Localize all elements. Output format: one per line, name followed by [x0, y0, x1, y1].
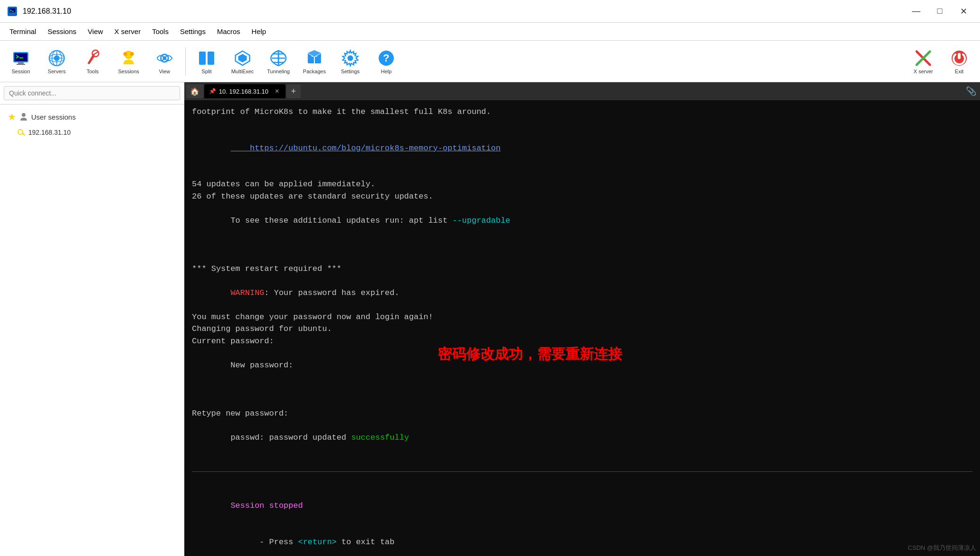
- packages-icon: [305, 49, 324, 68]
- main-layout: ★ User sessions 192.168.31.10: [0, 82, 980, 556]
- svg-point-19: [130, 52, 134, 56]
- toolbar-servers-label: Servers: [48, 69, 66, 74]
- terminal-content[interactable]: footprint of MicroK8s to make it the sma…: [184, 100, 980, 556]
- menu-help[interactable]: Help: [246, 25, 272, 38]
- svg-point-27: [347, 55, 353, 61]
- help-icon: ?: [377, 49, 396, 68]
- toolbar-tunneling-label: Tunneling: [267, 69, 290, 74]
- toolbar-exit-label: Exit: [955, 69, 963, 74]
- terminal-area: 🏠 📌 10. 192.168.31.10 ✕ + 📎 footprint of…: [184, 82, 980, 556]
- tab-home-btn[interactable]: 🏠: [186, 84, 203, 98]
- toolbar-settings-label: Settings: [341, 69, 360, 74]
- minimize-button[interactable]: —: [905, 3, 927, 20]
- svg-point-34: [22, 113, 26, 117]
- toolbar: Session Servers Tools: [0, 41, 980, 82]
- multiexec-icon: [233, 49, 252, 68]
- annotation-text: 密码修改成功，需要重新连接: [438, 343, 622, 365]
- menu-xserver[interactable]: X server: [109, 25, 147, 38]
- toolbar-tunneling-btn[interactable]: Tunneling: [261, 43, 295, 80]
- term-line-changing: Changing password for ubuntu.: [192, 323, 972, 335]
- toolbar-settings-btn[interactable]: Settings: [333, 43, 367, 80]
- toolbar-packages-label: Packages: [303, 69, 326, 74]
- toolbar-multiexec-label: MultiExec: [231, 69, 254, 74]
- session-item-label: 192.168.31.10: [28, 129, 71, 136]
- svg-rect-9: [17, 64, 25, 65]
- term-line-upgradable: To see these additional updates run: apt…: [192, 202, 972, 239]
- toolbar-help-btn[interactable]: ? Help: [369, 43, 403, 80]
- term-line-restart: *** System restart required ***: [192, 263, 972, 275]
- title-bar: 192.168.31.10 — □ ✕: [0, 0, 980, 23]
- toolbar-tools-btn[interactable]: Tools: [76, 43, 110, 80]
- csdn-watermark: CSDN @我乃世间薄凉人: [908, 543, 976, 553]
- term-line-blank-4: [192, 251, 972, 263]
- toolbar-packages-btn[interactable]: Packages: [297, 43, 331, 80]
- exit-icon: [950, 49, 969, 68]
- svg-rect-2: [9, 9, 15, 12]
- toolbar-help-label: Help: [381, 69, 392, 74]
- menu-macros[interactable]: Macros: [211, 25, 246, 38]
- term-line-link: https://ubuntu.com/blog/microk8s-memory-…: [192, 130, 972, 166]
- tab-1[interactable]: 📌 10. 192.168.31.10 ✕: [204, 84, 286, 98]
- tab-pin-btn[interactable]: 📎: [964, 84, 978, 98]
- term-line-blank-6: [192, 476, 972, 488]
- menu-sessions[interactable]: Sessions: [42, 25, 82, 38]
- toolbar-sessions-label: Sessions: [118, 69, 139, 74]
- key-icon: [17, 128, 26, 137]
- svg-rect-8: [18, 62, 24, 64]
- session-group-label: User sessions: [31, 113, 76, 121]
- term-line-blank-2: [192, 166, 972, 179]
- toolbar-right: X server Exit: [906, 43, 976, 80]
- toolbar-servers-btn[interactable]: Servers: [40, 43, 74, 80]
- menu-view[interactable]: View: [82, 25, 109, 38]
- toolbar-split-btn[interactable]: Split: [190, 43, 224, 80]
- menu-tools[interactable]: Tools: [147, 25, 174, 38]
- svg-text:?: ?: [383, 52, 389, 64]
- session-item-host[interactable]: 192.168.31.10: [4, 125, 180, 139]
- menu-bar: Terminal Sessions View X server Tools Se…: [0, 23, 980, 41]
- tools-icon: [83, 49, 102, 68]
- term-line-new-pw: New password: 密码修改成功，需要重新连接: [192, 347, 972, 408]
- toolbar-exit-btn[interactable]: Exit: [942, 43, 976, 80]
- maximize-button[interactable]: □: [929, 3, 951, 20]
- home-icon: 🏠: [190, 87, 199, 96]
- term-line-change-pw: You must change your password now and lo…: [192, 311, 972, 323]
- term-url[interactable]: https://ubuntu.com/blog/microk8s-memory-…: [231, 144, 501, 153]
- xserver-icon: [914, 49, 933, 68]
- svg-rect-3: [12, 11, 14, 12]
- term-line-stopped: Session stopped: [192, 488, 972, 524]
- toolbar-session-btn[interactable]: Session: [4, 43, 38, 80]
- menu-terminal[interactable]: Terminal: [4, 25, 42, 38]
- terminal-divider: [192, 471, 972, 472]
- svg-rect-7: [19, 57, 23, 58]
- servers-icon: [47, 49, 66, 68]
- toolbar-sessions-btn[interactable]: Sessions: [112, 43, 146, 80]
- tab-add-btn[interactable]: +: [286, 84, 301, 98]
- term-line-blank-3: [192, 239, 972, 251]
- sidebar: ★ User sessions 192.168.31.10: [0, 82, 184, 556]
- svg-point-18: [123, 52, 127, 56]
- toolbar-view-label: View: [159, 69, 170, 74]
- term-line-retype: Retype new password:: [192, 408, 972, 420]
- tab-close-btn[interactable]: ✕: [273, 87, 281, 95]
- tab-label: 10. 192.168.31.10: [219, 88, 269, 95]
- term-line-updates-2: 26 of these updates are standard securit…: [192, 191, 972, 203]
- term-line-updates-1: 54 updates can be applied immediately.: [192, 178, 972, 191]
- close-button[interactable]: ✕: [953, 3, 974, 20]
- svg-rect-6: [15, 53, 27, 61]
- toolbar-view-btn[interactable]: View: [147, 43, 182, 80]
- window-title: 192.168.31.10: [23, 7, 974, 16]
- quick-connect-input[interactable]: [4, 86, 180, 100]
- tunneling-icon: [269, 49, 288, 68]
- window-controls: — □ ✕: [905, 3, 974, 20]
- quick-connect-area: [0, 82, 184, 104]
- session-group-user[interactable]: ★ User sessions: [4, 108, 180, 125]
- tab-pin-icon: 📌: [209, 88, 216, 95]
- menu-settings[interactable]: Settings: [174, 25, 211, 38]
- term-line-warning: WARNING: Your password has expired.: [192, 275, 972, 311]
- term-line-blank-5: [192, 456, 972, 468]
- toolbar-xserver-btn[interactable]: X server: [906, 43, 940, 80]
- toolbar-multiexec-btn[interactable]: MultiExec: [225, 43, 260, 80]
- split-icon: [197, 49, 216, 68]
- user-group-icon: [19, 112, 28, 122]
- session-icon: [11, 49, 30, 68]
